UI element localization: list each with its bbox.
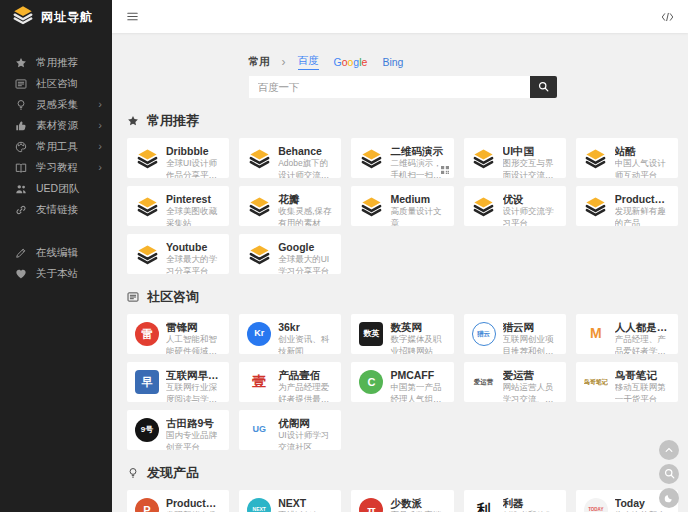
engine-tab-google[interactable]: Google <box>334 56 368 68</box>
engine-tab-bing[interactable]: Bing <box>382 56 403 68</box>
site-card-title: 古田路9号 <box>166 416 221 430</box>
code-icon[interactable] <box>661 12 674 22</box>
site-card-text: 数英网数字媒体及职业招聘网站 <box>390 320 445 354</box>
search-input[interactable] <box>249 76 530 98</box>
layers-icon <box>135 146 159 170</box>
star-icon <box>127 115 139 127</box>
site-card-text: 产品壹佰为产品经理爱好者提供最优质的产品资讯、原创内容... <box>278 368 333 402</box>
site-card-title: 花瓣 <box>278 192 333 206</box>
site-card-title: 优阁网 <box>278 416 333 430</box>
sidebar-item-community[interactable]: 社区咨询 <box>0 73 112 94</box>
search-category[interactable]: 常用 <box>249 55 270 69</box>
sidebar-item-tools[interactable]: 常用工具› <box>0 136 112 157</box>
site-card-text: Dribbble全球UI设计师作品分享平台。 <box>166 144 221 178</box>
site-card[interactable]: Google全球最大的UI学习分享平台 <box>239 234 341 274</box>
site-card-text: 互联网早读课互联网行业深度阅读与学习平台 <box>166 368 221 402</box>
site-logo-badge: P <box>135 498 159 512</box>
search-button[interactable] <box>530 76 557 98</box>
sidebar-item-about[interactable]: 关于本站 <box>0 263 112 284</box>
site-card-desc: 图形交互与界面设计交流、作品展示、学习平台。 <box>503 158 558 178</box>
hamburger-icon[interactable] <box>126 10 139 23</box>
site-card-text: 站酷中国人气设计师互动平台 <box>615 144 670 178</box>
content: 常用 › 百度GoogleBing 常用推荐Dribbble全球UI设计师作品分… <box>112 33 688 512</box>
site-card[interactable]: Youtube全球最大的学习分享平台 <box>127 234 229 274</box>
engine-tabs: 百度GoogleBing <box>298 54 404 70</box>
site-card-desc: 中国人气设计师互动平台 <box>615 158 670 178</box>
section-header: 发现产品 <box>127 464 678 482</box>
site-card[interactable]: 二维码演示二维码演示，手机扫一扫，也可以点击 <box>351 138 453 178</box>
sidebar-item-online-edit[interactable]: 在线编辑 <box>0 242 112 263</box>
site-card[interactable]: 早互联网早读课互联网行业深度阅读与学习平台 <box>127 362 229 402</box>
fab-theme[interactable] <box>659 488 679 508</box>
sidebar-item-recommend[interactable]: 常用推荐 <box>0 52 112 73</box>
site-logo-badge: 数英 <box>359 322 383 346</box>
qr-code-icon[interactable] <box>441 166 449 174</box>
site-card[interactable]: Dribbble全球UI设计师作品分享平台。 <box>127 138 229 178</box>
fab-back-to-top[interactable] <box>659 440 679 460</box>
site-card-desc: 全球UI设计师作品分享平台。 <box>166 158 221 178</box>
site-card[interactable]: BehanceAdobe旗下的设计师交流平台，来自世界各地的设计... <box>239 138 341 178</box>
site-card[interactable]: Kr36kr创业资讯、科技新闻 <box>239 314 341 354</box>
site-logo-badge: 9号 <box>135 418 159 442</box>
site-card[interactable]: 利利器创造者和他们的工具 <box>464 490 566 512</box>
site-card[interactable]: CPMCAFF中国第一产品经理人气组织、专注于研究互联网产品 <box>351 362 453 402</box>
site-card-text: Pinterest全球美图收藏采集站 <box>166 192 221 226</box>
site-card[interactable]: UG优阁网UI设计师学习交流社区 <box>239 410 341 450</box>
sidebar-item-friend-links[interactable]: 友情链接 <box>0 199 112 220</box>
site-card-title: 鸟哥笔记 <box>615 368 670 382</box>
site-card[interactable]: 站酷中国人气设计师互动平台 <box>576 138 678 178</box>
site-card[interactable]: PProducthunt发现新鲜有趣的产品 <box>127 490 229 512</box>
site-card[interactable]: 花瓣收集灵感,保存有用的素材 <box>239 186 341 226</box>
sidebar-nav: 常用推荐社区咨询灵感采集›素材资源›常用工具›学习教程›UED团队友情链接 <box>0 34 112 220</box>
site-card[interactable]: M人人都是产品经理产品经理、产品爱好者学习交流平台 <box>576 314 678 354</box>
site-card-desc: 创业资讯、科技新闻 <box>278 334 333 354</box>
site-card-title: 互联网早读课 <box>166 368 221 382</box>
sidebar-item-label: 常用工具 <box>36 140 78 154</box>
site-logo-badge: 雷 <box>135 322 159 346</box>
sidebar-item-ued-team[interactable]: UED团队 <box>0 178 112 199</box>
site-card[interactable]: 9号古田路9号国内专业品牌创意平台 <box>127 410 229 450</box>
site-card[interactable]: 雷雷锋网人工智能和智能硬件领域的互联网科技媒体 <box>127 314 229 354</box>
site-card-desc: 收集灵感,保存有用的素材 <box>278 206 333 226</box>
site-card-title: UI中国 <box>503 144 558 158</box>
moon-icon <box>664 489 674 507</box>
layers-logo-icon <box>12 4 34 30</box>
site-card[interactable]: Pinterest全球美图收藏采集站 <box>127 186 229 226</box>
site-card[interactable]: Producthunt发现新鲜有趣的产品 <box>576 186 678 226</box>
logo[interactable]: 网址导航 <box>0 0 112 34</box>
site-card-text: UI中国图形交互与界面设计交流、作品展示、学习平台。 <box>503 144 558 178</box>
site-card-text: Youtube全球最大的学习分享平台 <box>166 240 221 274</box>
site-card-text: 花瓣收集灵感,保存有用的素材 <box>278 192 333 226</box>
site-card[interactable]: 鸟哥笔记鸟哥笔记移动互联网第一干货平台 <box>576 362 678 402</box>
site-card-title: 雷锋网 <box>166 320 221 334</box>
site-card[interactable]: 猎云猎云网互联网创业项目推荐和创业创新资讯 <box>464 314 566 354</box>
engine-tab-baidu[interactable]: 百度 <box>298 54 319 70</box>
site-card-desc: 高质量设计文章 <box>390 206 445 226</box>
site-card-desc: 互联网创业项目推荐和创业创新资讯 <box>503 334 558 354</box>
news-icon <box>14 78 27 90</box>
lightbulb-icon <box>127 467 139 479</box>
site-card[interactable]: Medium高质量设计文章 <box>351 186 453 226</box>
site-card[interactable]: UI中国图形交互与界面设计交流、作品展示、学习平台。 <box>464 138 566 178</box>
site-card[interactable]: π少数派高品质数字消费指南 <box>351 490 453 512</box>
site-card-text: 36kr创业资讯、科技新闻 <box>278 320 333 354</box>
sidebar-item-tutorials[interactable]: 学习教程› <box>0 157 112 178</box>
sidebar-item-inspiration[interactable]: 灵感采集› <box>0 94 112 115</box>
site-card[interactable]: 优设设计师交流学习平台 <box>464 186 566 226</box>
site-card-text: 猎云网互联网创业项目推荐和创业创新资讯 <box>503 320 558 354</box>
site-card[interactable]: 数英数英网数字媒体及职业招聘网站 <box>351 314 453 354</box>
site-card-text: 优设设计师交流学习平台 <box>503 192 558 226</box>
sidebar-item-materials[interactable]: 素材资源› <box>0 115 112 136</box>
search-icon <box>664 465 675 483</box>
site-card[interactable]: NEXTNEXT不错过任何一个新产品 <box>239 490 341 512</box>
site-card-text: 少数派高品质数字消费指南 <box>390 496 445 512</box>
fab-group <box>659 440 679 508</box>
fab-search[interactable] <box>659 464 679 484</box>
thumbs-up-icon <box>14 120 27 132</box>
site-card[interactable]: 壹产品壹佰为产品经理爱好者提供最优质的产品资讯、原创内容... <box>239 362 341 402</box>
site-card[interactable]: 爱运营爱运营网站运营人员学习交流、专注于网站产品运营管理、... <box>464 362 566 402</box>
layers-icon <box>359 146 383 170</box>
search-block: 常用 › 百度GoogleBing <box>249 55 557 98</box>
site-card-desc: 国内专业品牌创意平台 <box>166 430 221 450</box>
site-card-desc: 产品经理、产品爱好者学习交流平台 <box>615 334 670 354</box>
